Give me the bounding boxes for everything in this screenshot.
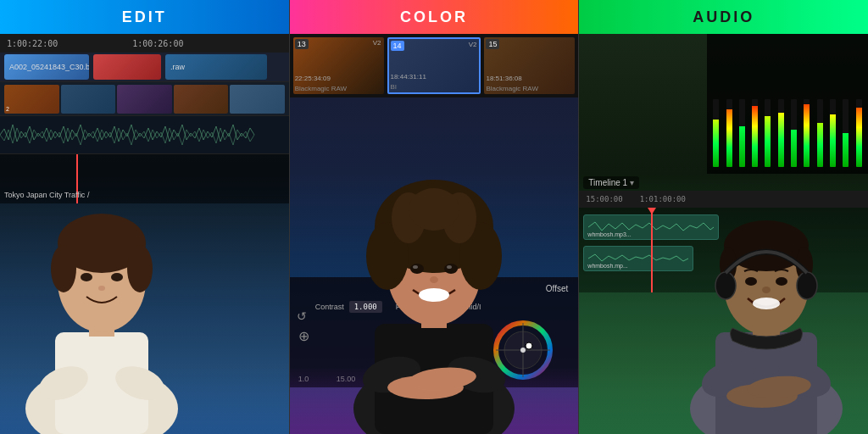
audio-panel: AUDIO: [579, 0, 868, 434]
edit-track-v1: 2: [0, 82, 289, 116]
edit-thumb-3: [117, 85, 172, 114]
svg-point-52: [753, 298, 780, 309]
audio-person-svg: [682, 146, 851, 434]
audio-person: [682, 146, 851, 434]
audio-clip-2-label: whmbosh.mp...: [587, 263, 627, 269]
audio-tc-1: 15:00:00: [586, 195, 622, 203]
svg-point-10: [81, 273, 92, 281]
mixer-ch-12: [854, 41, 865, 167]
color-thumb-14-v: V2: [469, 41, 477, 48]
edit-header[interactable]: EDIT: [0, 0, 289, 34]
color-thumb-15-tc: 18:51:36:08: [486, 75, 521, 82]
color-thumb-13-v: V2: [373, 39, 381, 47]
edit-track-v2: A002_05241843_C30.braw .raw: [0, 53, 289, 82]
color-thumb-15[interactable]: 15 18:51:36:08 Blackmagic RAW: [484, 37, 575, 94]
audio-header[interactable]: AUDIO: [579, 0, 868, 34]
color-contrast-label: Contrast: [315, 303, 344, 311]
svg-point-32: [409, 188, 459, 231]
clip-3-label: .raw: [170, 63, 185, 71]
audio-timeline-label[interactable]: Timeline 1 ▾: [583, 176, 639, 189]
audio-title: AUDIO: [693, 8, 754, 26]
color-scale-value-1: 1.0: [298, 375, 309, 383]
mixer-bar-container-12: [856, 99, 862, 167]
svg-point-33: [410, 264, 424, 274]
color-thumb-14-raw: Bl: [391, 83, 397, 91]
color-reset-icon[interactable]: ↺: [297, 309, 307, 323]
edit-title: EDIT: [122, 8, 167, 26]
color-thumbs-container: 13 22:25:34:09 Blackmagic RAW V2 14 18:4…: [293, 37, 576, 94]
svg-point-53: [762, 287, 771, 293]
color-thumb-14-tc: 18:44:31:11: [391, 73, 426, 81]
edit-person: [17, 146, 186, 434]
svg-point-35: [413, 265, 418, 269]
svg-point-54: [715, 272, 736, 299]
edit-timecode-bar: 1:00:22:00 1:00:26:00: [0, 34, 289, 53]
svg-point-55: [797, 272, 817, 299]
audio-clip-1-label: whmbosh.mp3...: [587, 231, 631, 237]
edit-thumb-4: [174, 85, 229, 114]
color-thumbnail-strip: 13 22:25:34:09 Blackmagic RAW V2 14 18:4…: [290, 34, 579, 97]
svg-point-34: [444, 264, 458, 274]
color-thumb-15-raw: Blackmagic RAW: [486, 85, 538, 92]
color-add-icon[interactable]: ⊕: [298, 328, 309, 344]
color-person: [341, 129, 527, 434]
edit-clip-1[interactable]: A002_05241843_C30.braw: [4, 54, 89, 80]
color-thumb-13-num: 13: [295, 39, 309, 49]
audio-tc-2: 1:01:00:00: [640, 195, 686, 203]
svg-point-51: [776, 277, 787, 286]
svg-point-36: [447, 265, 452, 269]
color-thumb-15-num: 15: [486, 39, 499, 49]
color-title: COLOR: [400, 8, 468, 26]
svg-point-37: [419, 288, 449, 302]
audio-timeline-dropdown-icon: ▾: [630, 178, 634, 187]
edit-clip-2[interactable]: [93, 54, 161, 80]
color-thumb-13[interactable]: 13 22:25:34:09 Blackmagic RAW V2: [293, 37, 384, 94]
color-thumb-13-raw: Blackmagic RAW: [295, 85, 348, 92]
color-offset-label: Offset: [546, 284, 569, 293]
edit-tc-2: 1:00:26:00: [132, 39, 183, 48]
color-person-svg: [341, 129, 527, 434]
edit-person-svg: [17, 146, 186, 434]
edit-clip-3[interactable]: .raw: [165, 54, 267, 80]
color-thumb-13-tc: 22:25:34:09: [295, 75, 331, 82]
svg-point-9: [127, 245, 153, 292]
edit-panel: EDIT 1:00:22:00 1:00:26:00 A002_05241843…: [0, 0, 289, 434]
color-header[interactable]: COLOR: [290, 0, 579, 34]
audio-playhead: [651, 208, 653, 292]
audio-clip-2[interactable]: whmbosh.mp...: [583, 246, 693, 271]
edit-thumbnails: 2: [4, 85, 285, 114]
clip-1-label: A002_05241843_C30.braw: [9, 63, 89, 71]
svg-point-38: [430, 276, 438, 283]
color-panel: COLOR 13 22:25:34:09 Blackmagic RAW V2 1…: [289, 0, 580, 434]
svg-point-11: [111, 273, 123, 281]
edit-thumb-1: 2: [4, 85, 59, 114]
color-thumb-14-num: 14: [391, 41, 404, 51]
edit-tc-1: 1:00:22:00: [7, 39, 58, 48]
svg-point-50: [745, 277, 757, 286]
mixer-bar-12: [856, 108, 862, 167]
svg-point-12: [98, 286, 105, 291]
edit-thumb-2: [61, 85, 116, 114]
audio-playhead-marker-icon: [648, 208, 656, 214]
color-thumb-14[interactable]: 14 18:44:31:11 Bl V2: [387, 37, 481, 94]
audio-timeline-name: Timeline 1: [588, 178, 627, 187]
svg-point-8: [51, 245, 76, 292]
edit-thumb-5: [230, 85, 285, 114]
